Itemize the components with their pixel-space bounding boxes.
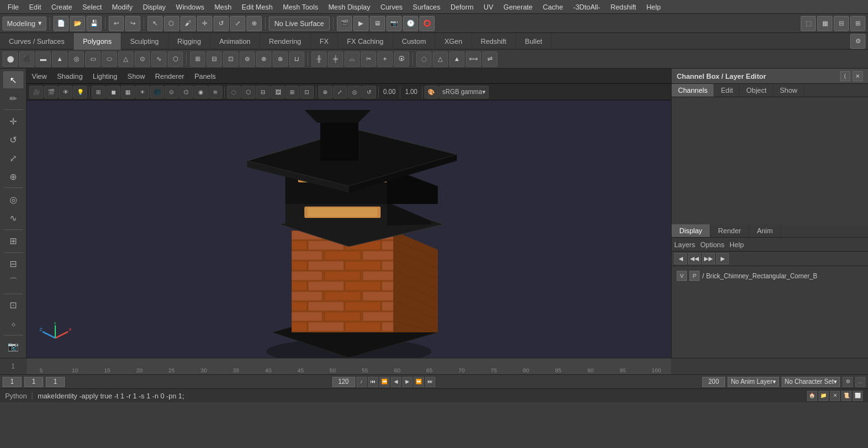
ch-tab-show[interactable]: Show <box>773 84 804 97</box>
camera-button[interactable]: 📷 <box>3 338 24 355</box>
tab-custom[interactable]: Custom <box>393 33 436 50</box>
viewport-canvas[interactable]: X Y Z persp <box>27 100 671 358</box>
status-icon-close[interactable]: ✕ <box>830 391 840 401</box>
vt-light-icon[interactable]: 💡 <box>73 86 87 98</box>
paint-select-mode-button[interactable]: ✏ <box>3 90 24 107</box>
vt-aa-icon[interactable]: ⌬ <box>179 86 193 98</box>
display-render-button[interactable]: 🖥 <box>370 16 385 31</box>
move-tool-button[interactable]: ✛ <box>197 16 212 31</box>
select-tool-button[interactable]: ↖ <box>147 16 163 31</box>
offset-edge-icon[interactable]: ╪ <box>328 51 343 67</box>
workspace-dropdown[interactable]: Modeling ▾ <box>3 17 46 31</box>
menu-modify[interactable]: Modify <box>107 2 137 12</box>
vt-motionblur-icon[interactable]: ≋ <box>208 86 222 98</box>
layer-next-button[interactable]: ▶ <box>716 253 729 264</box>
triangulate-icon[interactable]: △ <box>433 51 448 67</box>
rewind-button[interactable]: ⏮ <box>368 377 378 387</box>
torus-icon[interactable]: ◎ <box>69 51 84 67</box>
frame-display[interactable] <box>46 377 65 387</box>
layer-item[interactable]: V P / Brick_Chimney_Rectangular_Corner_B <box>674 269 865 283</box>
redo-button[interactable]: ↪ <box>125 16 140 31</box>
vt-shadow-icon[interactable]: 🌑 <box>150 86 164 98</box>
mirror-icon[interactable]: ⟺ <box>466 51 481 67</box>
channel-box-close-button[interactable]: ✕ <box>853 71 863 81</box>
pyramid-icon[interactable]: △ <box>118 51 133 67</box>
layout-button-4[interactable]: ⊞ <box>850 16 865 31</box>
audio-button[interactable]: ♪ <box>356 377 367 387</box>
viewport-menu-show[interactable]: Show <box>128 72 146 80</box>
char-set-options-button[interactable]: ⚙ <box>843 377 853 387</box>
lasso-tool-button[interactable]: ⬡ <box>164 16 179 31</box>
plane-icon[interactable]: ▭ <box>85 51 100 67</box>
viewport-menu-shading[interactable]: Shading <box>57 72 83 80</box>
tab-rigging[interactable]: Rigging <box>168 33 210 50</box>
layer-playback-button[interactable]: P <box>689 271 700 281</box>
vt-hud-icon[interactable]: ⊡ <box>300 86 314 98</box>
menu-mesh-display[interactable]: Mesh Display <box>323 2 376 12</box>
layer-prev-button[interactable]: ◀ <box>674 253 687 264</box>
lo-layers[interactable]: Layers <box>674 241 695 248</box>
ch-tab-object[interactable]: Object <box>740 84 773 97</box>
vt-snap-icon[interactable]: ◎ <box>348 86 362 98</box>
target-weld-icon[interactable]: ⦿ <box>394 51 409 67</box>
snap-to-curve-button[interactable]: ⌒ <box>3 274 24 291</box>
current-frame-input[interactable] <box>24 377 43 387</box>
tab-animation[interactable]: Animation <box>210 33 260 50</box>
vt-lighting-icon[interactable]: ☀ <box>135 86 149 98</box>
smooth-icon[interactable]: ◌ <box>416 51 431 67</box>
combine-icon[interactable]: ⊕ <box>256 51 271 67</box>
vt-textured-icon[interactable]: ▦ <box>121 86 135 98</box>
rotate-tool-button[interactable]: ↺ <box>214 16 229 31</box>
viewport-menu-renderer[interactable]: Renderer <box>155 72 184 80</box>
tab-sculpting[interactable]: Sculpting <box>121 33 168 50</box>
live-surface-button[interactable]: No Live Surface <box>269 17 330 31</box>
layout-button-3[interactable]: ⊟ <box>834 16 849 31</box>
connect-icon[interactable]: ⌖ <box>377 51 393 67</box>
ch-tab-edit[interactable]: Edit <box>714 84 740 97</box>
fast-forward-button[interactable]: ⏭ <box>425 377 435 387</box>
rotate-mode-button[interactable]: ↺ <box>3 131 24 148</box>
sculpt-button[interactable]: ∿ <box>3 209 24 226</box>
ch-tab-channels[interactable]: Channels <box>672 84 714 97</box>
vt-pivot-icon[interactable]: ⊕ <box>318 86 332 98</box>
step-forward-button[interactable]: ⏩ <box>414 377 424 387</box>
vt-shaded-icon[interactable]: ◼ <box>106 86 120 98</box>
save-scene-button[interactable]: 💾 <box>86 16 102 31</box>
vt-dof-icon[interactable]: ◉ <box>194 86 208 98</box>
disk-icon[interactable]: ⬭ <box>102 51 117 67</box>
menu-mesh[interactable]: Mesh <box>209 2 236 12</box>
menu-mesh-tools[interactable]: Mesh Tools <box>278 2 323 12</box>
menu-curves[interactable]: Curves <box>376 2 408 12</box>
helix-icon[interactable]: ∿ <box>151 51 166 67</box>
tab-fx-caching[interactable]: FX Caching <box>338 33 393 50</box>
vt-xray-icon[interactable]: ⬡ <box>241 86 255 98</box>
viewport-menu-view[interactable]: View <box>32 72 47 80</box>
layout-button-1[interactable]: ⬚ <box>801 16 816 31</box>
symmetrize-icon[interactable]: ⇌ <box>482 51 498 67</box>
soft-mod-button[interactable]: ◎ <box>3 191 24 208</box>
char-set-more-button[interactable]: … <box>855 377 865 387</box>
vt-camera-icon[interactable]: 🎥 <box>29 86 43 98</box>
vt-film-icon[interactable]: 🎬 <box>44 86 58 98</box>
options-circle-button[interactable]: ⭕ <box>419 16 435 31</box>
menu-edit-mesh[interactable]: Edit Mesh <box>236 2 278 12</box>
menu-file[interactable]: File <box>3 2 24 12</box>
tab-redshift[interactable]: Redshift <box>472 33 516 50</box>
universal-tool-button[interactable]: ⊕ <box>247 16 262 31</box>
show-manipulator-button[interactable]: ⊞ <box>3 233 24 250</box>
vt-colorspace-icon[interactable]: 🎨 <box>424 86 438 98</box>
vt-image-plane-icon[interactable]: 🖼 <box>271 86 285 98</box>
menu-redshift[interactable]: Redshift <box>606 2 641 12</box>
new-scene-button[interactable]: 📄 <box>53 16 69 31</box>
tab-xgen[interactable]: XGen <box>435 33 471 50</box>
le-tab-anim[interactable]: Anim <box>749 224 781 237</box>
layer-next2-button[interactable]: ▶▶ <box>702 253 715 264</box>
append-poly-icon[interactable]: ⊡ <box>223 51 238 67</box>
multi-cut-icon[interactable]: ✂ <box>361 51 376 67</box>
fill-hole-icon[interactable]: ⊚ <box>240 51 255 67</box>
vt-wireframe-icon[interactable]: ⊞ <box>92 86 105 98</box>
vt-backface-icon[interactable]: ⊟ <box>256 86 270 98</box>
joint-button[interactable]: ⬦ <box>3 315 24 332</box>
lo-help[interactable]: Help <box>729 241 744 248</box>
undo-button[interactable]: ↩ <box>109 16 124 31</box>
